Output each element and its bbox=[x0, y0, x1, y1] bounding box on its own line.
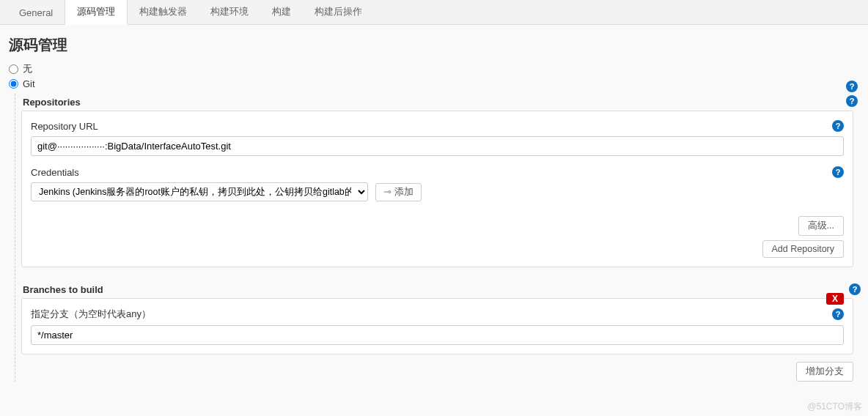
advanced-button[interactable]: 高级... bbox=[798, 216, 844, 236]
add-credentials-button[interactable]: 添加 bbox=[375, 183, 422, 201]
help-icon[interactable]: ? bbox=[832, 166, 844, 178]
help-icon[interactable]: ? bbox=[832, 308, 844, 320]
section-title: 源码管理 bbox=[9, 35, 868, 55]
tab-triggers[interactable]: 构建触发器 bbox=[128, 0, 199, 24]
add-branch-button[interactable]: 增加分支 bbox=[796, 362, 853, 382]
branches-label: Branches to build bbox=[23, 284, 103, 295]
help-icon[interactable]: ? bbox=[849, 283, 861, 295]
config-tabs: General 源码管理 构建触发器 构建环境 构建 构建后操作 bbox=[0, 0, 868, 25]
repo-url-label: Repository URL bbox=[31, 121, 98, 132]
tab-env[interactable]: 构建环境 bbox=[199, 0, 260, 24]
tab-general[interactable]: General bbox=[7, 1, 65, 24]
repo-url-input[interactable] bbox=[31, 136, 844, 156]
radio-none-label: 无 bbox=[23, 62, 32, 75]
repository-panel: Repository URL ? Credentials ? Jenkins (… bbox=[21, 111, 853, 267]
branch-spec-input[interactable] bbox=[31, 325, 844, 345]
add-repository-button[interactable]: Add Repository bbox=[762, 240, 844, 258]
radio-none[interactable] bbox=[9, 64, 18, 74]
credentials-select[interactable]: Jenkins (Jenkins服务器的root账户的私钥，拷贝到此处，公钥拷贝… bbox=[31, 182, 368, 201]
tab-build[interactable]: 构建 bbox=[260, 0, 303, 24]
branch-spec-label: 指定分支（为空时代表any） bbox=[31, 308, 151, 321]
delete-branch-button[interactable]: X bbox=[826, 293, 844, 305]
tab-post[interactable]: 构建后操作 bbox=[303, 0, 374, 24]
help-icon[interactable]: ? bbox=[846, 81, 858, 92]
radio-git-label: Git bbox=[23, 78, 35, 89]
tab-scm[interactable]: 源码管理 bbox=[65, 0, 128, 25]
watermark: @51CTO博客 bbox=[807, 401, 862, 413]
branch-panel: X 指定分支（为空时代表any） ? bbox=[21, 298, 853, 354]
help-icon[interactable]: ? bbox=[832, 120, 844, 132]
repositories-label: Repositories bbox=[23, 97, 81, 108]
credentials-label: Credentials bbox=[31, 167, 79, 178]
radio-git[interactable] bbox=[9, 79, 18, 89]
